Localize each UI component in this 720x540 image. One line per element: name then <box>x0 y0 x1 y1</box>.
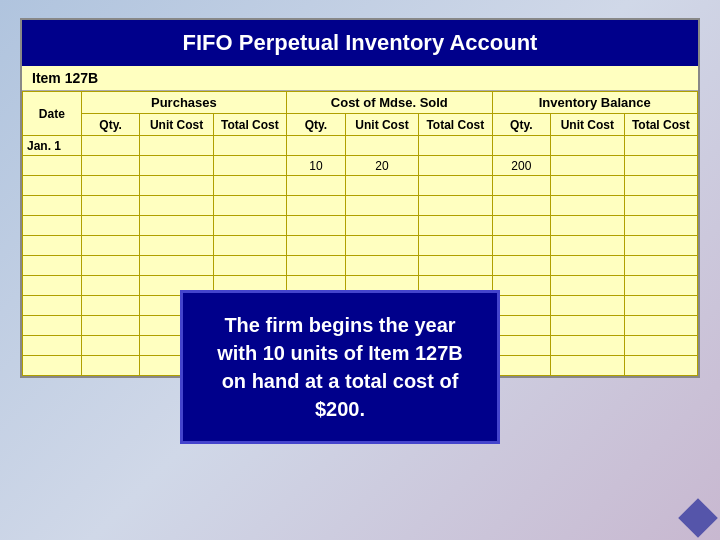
table-row <box>23 256 698 276</box>
s-qty-header: Qty. <box>287 114 346 136</box>
table-row: Jan. 1 <box>23 136 698 156</box>
cost-mdse-header: Cost of Mdse. Sold <box>287 92 492 114</box>
b-qty-header: Qty. <box>492 114 551 136</box>
p-total-cost-header: Total Cost <box>213 114 286 136</box>
table-row: 1020200 <box>23 156 698 176</box>
b-total-cost-header: Total Cost <box>624 114 697 136</box>
date-header: Date <box>23 92 82 136</box>
table-row <box>23 176 698 196</box>
item-label: Item 127B <box>22 66 698 91</box>
s-unit-cost-header: Unit Cost <box>345 114 418 136</box>
page-title: FIFO Perpetual Inventory Account <box>22 20 698 66</box>
s-total-cost-header: Total Cost <box>419 114 492 136</box>
b-unit-cost-header: Unit Cost <box>551 114 624 136</box>
table-row <box>23 216 698 236</box>
table-row <box>23 236 698 256</box>
purchases-header: Purchases <box>81 92 286 114</box>
p-unit-cost-header: Unit Cost <box>140 114 213 136</box>
p-qty-header: Qty. <box>81 114 140 136</box>
inventory-balance-header: Inventory Balance <box>492 92 698 114</box>
corner-decoration <box>678 498 718 538</box>
overlay-message: The firm begins the year with 10 units o… <box>180 290 500 444</box>
table-row <box>23 196 698 216</box>
